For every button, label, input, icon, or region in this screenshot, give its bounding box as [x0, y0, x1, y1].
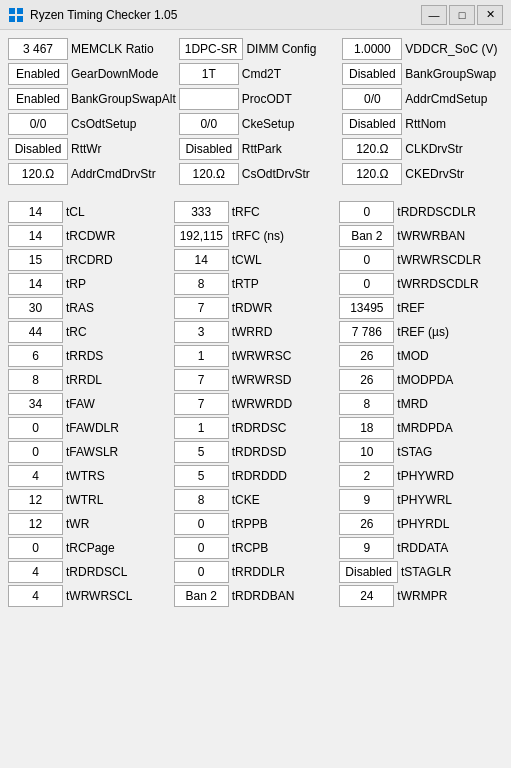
timing-value-1-1: 192,115	[174, 225, 229, 247]
timing-row-1-10: 5tRDRDSD	[174, 441, 338, 463]
timing-label-1-11: tRDRDDD	[232, 469, 287, 483]
timing-row-1-8: 7tWRWRDD	[174, 393, 338, 415]
svg-rect-3	[17, 16, 23, 22]
timing-label-0-0: tCL	[66, 205, 85, 219]
timing-value-2-3: 0	[339, 273, 394, 295]
top-info-grid: 3 467MEMCLK Ratio1DPC-SRDIMM Config1.000…	[8, 38, 503, 185]
timing-label-1-5: tWRRD	[232, 325, 273, 339]
timing-grid: 14tCL14tRCDWR15tRCDRD14tRP30tRAS44tRC6tR…	[8, 201, 503, 607]
timing-value-1-3: 8	[174, 273, 229, 295]
timing-value-2-2: 0	[339, 249, 394, 271]
timing-value-2-10: 10	[339, 441, 394, 463]
timing-row-1-9: 1tRDRDSC	[174, 417, 338, 439]
info-row-0-0: 3 467MEMCLK Ratio	[8, 38, 176, 60]
timing-value-1-2: 14	[174, 249, 229, 271]
timing-col-1: 333tRFC192,115tRFC (ns)14tCWL8tRTP7tRDWR…	[174, 201, 338, 607]
timing-label-1-16: tRDRDBAN	[232, 589, 295, 603]
timing-row-0-14: 0tRCPage	[8, 537, 172, 559]
info-row-2-2: 0/0AddrCmdSetup	[342, 88, 503, 110]
timing-label-2-1: tWRWRBAN	[397, 229, 465, 243]
timing-row-0-11: 4tWTRS	[8, 465, 172, 487]
timing-row-2-9: 18tMRDPDA	[339, 417, 503, 439]
svg-rect-0	[9, 8, 15, 14]
info-value-5-0: 120.Ω	[8, 163, 68, 185]
info-label-5-1: CsOdtDrvStr	[242, 167, 310, 181]
info-value-4-1: Disabled	[179, 138, 239, 160]
timing-label-2-3: tWRRDSCDLR	[397, 277, 478, 291]
info-value-2-2: 0/0	[342, 88, 402, 110]
timing-value-0-14: 0	[8, 537, 63, 559]
timing-label-0-3: tRP	[66, 277, 86, 291]
timing-label-0-10: tFAWSLR	[66, 445, 118, 459]
timing-row-1-6: 1tWRWRSC	[174, 345, 338, 367]
timing-row-2-4: 13495tREF	[339, 297, 503, 319]
timing-label-1-1: tRFC (ns)	[232, 229, 284, 243]
timing-label-1-15: tRRDDLR	[232, 565, 285, 579]
timing-row-0-12: 12tWTRL	[8, 489, 172, 511]
info-value-0-2: 1.0000	[342, 38, 402, 60]
info-label-0-0: MEMCLK Ratio	[71, 42, 154, 56]
timing-label-2-13: tPHYRDL	[397, 517, 449, 531]
minimize-button[interactable]: —	[421, 5, 447, 25]
timing-value-0-15: 4	[8, 561, 63, 583]
info-value-1-2: Disabled	[342, 63, 402, 85]
timing-value-2-1: Ban 2	[339, 225, 394, 247]
timing-value-1-4: 7	[174, 297, 229, 319]
timing-label-1-14: tRCPB	[232, 541, 269, 555]
info-row-3-0: 0/0CsOdtSetup	[8, 113, 176, 135]
info-row-3-2: DisabledRttNom	[342, 113, 503, 135]
timing-value-0-5: 44	[8, 321, 63, 343]
info-row-2-0: EnabledBankGroupSwapAlt	[8, 88, 176, 110]
info-value-2-0: Enabled	[8, 88, 68, 110]
timing-row-1-13: 0tRPPB	[174, 513, 338, 535]
timing-row-1-0: 333tRFC	[174, 201, 338, 223]
timing-label-0-16: tWRWRSCL	[66, 589, 132, 603]
info-value-4-0: Disabled	[8, 138, 68, 160]
timing-row-0-16: 4tWRWRSCL	[8, 585, 172, 607]
timing-row-1-1: 192,115tRFC (ns)	[174, 225, 338, 247]
timing-label-2-2: tWRWRSCDLR	[397, 253, 481, 267]
timing-label-2-9: tMRDPDA	[397, 421, 452, 435]
timing-label-0-14: tRCPage	[66, 541, 115, 555]
timing-label-0-15: tRDRDSCL	[66, 565, 127, 579]
info-value-0-0: 3 467	[8, 38, 68, 60]
info-value-5-2: 120.Ω	[342, 163, 402, 185]
timing-value-1-6: 1	[174, 345, 229, 367]
timing-row-2-11: 2tPHYWRD	[339, 465, 503, 487]
timing-value-0-3: 14	[8, 273, 63, 295]
timing-value-2-9: 18	[339, 417, 394, 439]
timing-label-0-6: tRRDS	[66, 349, 103, 363]
timing-row-2-7: 26tMODPDA	[339, 369, 503, 391]
timing-row-1-7: 7tWRWRSD	[174, 369, 338, 391]
info-label-2-2: AddrCmdSetup	[405, 92, 487, 106]
timing-label-1-10: tRDRDSD	[232, 445, 287, 459]
title-bar[interactable]: Ryzen Timing Checker 1.05 — □ ✕	[0, 0, 511, 30]
timing-label-1-0: tRFC	[232, 205, 260, 219]
info-value-3-0: 0/0	[8, 113, 68, 135]
close-button[interactable]: ✕	[477, 5, 503, 25]
timing-row-0-2: 15tRCDRD	[8, 249, 172, 271]
info-row-4-1: DisabledRttPark	[179, 138, 340, 160]
timing-row-0-0: 14tCL	[8, 201, 172, 223]
maximize-button[interactable]: □	[449, 5, 475, 25]
timing-row-2-16: 24tWRMPR	[339, 585, 503, 607]
info-label-4-1: RttPark	[242, 142, 282, 156]
timing-row-2-2: 0tWRWRSCDLR	[339, 249, 503, 271]
info-row-1-0: EnabledGearDownMode	[8, 63, 176, 85]
timing-row-0-10: 0tFAWSLR	[8, 441, 172, 463]
timing-value-1-0: 333	[174, 201, 229, 223]
timing-row-2-8: 8tMRD	[339, 393, 503, 415]
timing-label-1-6: tWRWRSC	[232, 349, 292, 363]
info-label-2-1: ProcODT	[242, 92, 292, 106]
timing-row-1-12: 8tCKE	[174, 489, 338, 511]
timing-value-2-4: 13495	[339, 297, 394, 319]
timing-row-0-7: 8tRRDL	[8, 369, 172, 391]
timing-row-0-8: 34tFAW	[8, 393, 172, 415]
timing-value-1-10: 5	[174, 441, 229, 463]
timing-label-1-9: tRDRDSC	[232, 421, 287, 435]
info-row-3-1: 0/0CkeSetup	[179, 113, 340, 135]
info-label-1-0: GearDownMode	[71, 67, 158, 81]
timing-label-0-5: tRC	[66, 325, 87, 339]
timing-row-2-15: DisabledtSTAGLR	[339, 561, 503, 583]
timing-row-2-3: 0tWRRDSCDLR	[339, 273, 503, 295]
